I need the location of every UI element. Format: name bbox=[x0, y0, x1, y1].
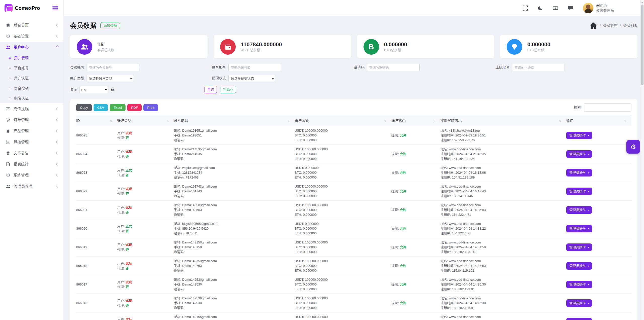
parent-id-input[interactable] bbox=[512, 64, 565, 71]
account-type-select[interactable]: 请选择账户类型 bbox=[87, 75, 133, 82]
admin-actions-button[interactable]: 管理员操作 ▾ bbox=[566, 243, 592, 251]
table-search-input[interactable] bbox=[584, 103, 631, 112]
account-type-label: 账户类型 bbox=[70, 76, 84, 81]
withdraw-status-select[interactable]: 请选择提现状态 bbox=[228, 75, 275, 82]
sidebar-subitem-用户认证[interactable]: 用户认证 bbox=[0, 73, 63, 83]
cell-status: 提现: 允许 bbox=[391, 226, 440, 231]
table-row: 866016 用户: 试玩 代理: 否 邮箱: Demo142530gmail.… bbox=[76, 294, 631, 312]
user-name: admin bbox=[596, 3, 614, 8]
admin-actions-button[interactable]: 管理员操作 ▾ bbox=[566, 262, 592, 270]
cell-status: 提现: 允许 bbox=[391, 189, 440, 194]
admin-actions-button[interactable]: 管理员操作 ▾ bbox=[566, 169, 592, 176]
sort-icon[interactable]: ↑↓ bbox=[559, 119, 561, 122]
breadcrumb-member-management[interactable]: 会员管理 bbox=[603, 23, 617, 28]
scrollbar-thumb[interactable] bbox=[641, 5, 643, 85]
export-excel-button[interactable]: Excel bbox=[110, 104, 126, 111]
cell-register-info: 域名: www.qdd-finance.com 注册时间: 2024-04-04… bbox=[440, 259, 566, 273]
moon-icon[interactable] bbox=[538, 5, 543, 11]
sidebar-item-文章公告[interactable]: 文章公告 bbox=[0, 148, 63, 159]
scroll-up-icon[interactable]: ▲ bbox=[641, 1, 643, 4]
admin-actions-button[interactable]: 管理员操作 ▾ bbox=[566, 299, 592, 307]
admin-actions-button[interactable]: 管理员操作 ▾ bbox=[566, 225, 592, 232]
cash-icon bbox=[6, 106, 11, 111]
chevron-left-icon bbox=[56, 152, 59, 154]
export-print-button[interactable]: Print bbox=[143, 104, 158, 111]
stat-card: B 0.000000 BTC总余额 bbox=[357, 35, 494, 58]
sort-icon[interactable]: ↑↓ bbox=[433, 119, 435, 122]
cell-account-type: 用户: 试玩 代理: 否 bbox=[117, 131, 174, 140]
admin-actions-button[interactable]: 管理员操作 ▾ bbox=[566, 281, 592, 288]
home-icon[interactable] bbox=[590, 22, 597, 29]
cell-account-type: 用户: 试玩 代理: 否 bbox=[117, 261, 174, 271]
user-menu[interactable]: admin 超级管理员 bbox=[583, 3, 614, 13]
page-scrollbar[interactable]: ▲ bbox=[640, 0, 644, 320]
sidebar-item-报表统计[interactable]: 报表统计 bbox=[0, 159, 63, 170]
sidebar-item-风控管理[interactable]: 风控管理 bbox=[0, 136, 63, 148]
cell-balance: USDT: 100000.000000 BTC: 0.000000 ETH: 0… bbox=[295, 184, 391, 198]
admin-actions-button[interactable]: 管理员操作 ▾ bbox=[566, 318, 592, 320]
cell-account-info: 邮箱: Demo142530gmail.com 手机: Demo142530 邀… bbox=[174, 277, 295, 292]
sort-icon[interactable]: ↑↓ bbox=[624, 119, 626, 122]
breadcrumb-member-list[interactable]: 会员列表 bbox=[623, 23, 637, 28]
sort-icon[interactable]: ↑↓ bbox=[110, 119, 112, 122]
users-icon bbox=[6, 45, 11, 50]
query-button[interactable]: 查询 bbox=[205, 86, 217, 93]
sidebar-item-用户中心[interactable]: 用户中心 bbox=[0, 42, 63, 53]
reset-button[interactable]: 初始化 bbox=[221, 86, 236, 93]
invite-code-input[interactable] bbox=[367, 64, 420, 71]
admin-actions-button[interactable]: 管理员操作 ▾ bbox=[566, 132, 592, 139]
export-csv-button[interactable]: CSV bbox=[94, 104, 108, 111]
column-header-账户状态[interactable]: 账户状态↑↓ bbox=[391, 118, 440, 123]
add-member-button[interactable]: 添加会员 bbox=[100, 22, 120, 29]
cash-icon[interactable] bbox=[553, 5, 558, 11]
fullscreen-icon[interactable] bbox=[522, 5, 528, 11]
sidebar-item-系统管理[interactable]: ⚙系统管理 bbox=[0, 170, 63, 181]
cell-account-info: 邮箱: Demo214535gmail.com 手机: Demo214535 邀… bbox=[174, 147, 295, 161]
member-account-input[interactable] bbox=[87, 64, 139, 71]
column-header-账号信息[interactable]: 账号信息↑↓ bbox=[174, 118, 295, 123]
filter-form: 会员账号 账号ID号 邀请码 上级ID号 账户类型 请选择账户类型 bbox=[70, 64, 637, 82]
column-header-注册登陆信息[interactable]: 注册登陆信息↑↓ bbox=[440, 118, 566, 123]
stat-label: BTC总余额 bbox=[384, 48, 407, 52]
sort-icon[interactable]: ↑↓ bbox=[167, 119, 168, 122]
export-copy-button[interactable]: Copy bbox=[76, 104, 92, 111]
sidebar-subitem-平台账号[interactable]: 平台账号 bbox=[0, 63, 63, 73]
cell-balance: USDT: 100000.000000 BTC: 0.000000 ETH: 0… bbox=[295, 277, 391, 292]
admin-actions-button[interactable]: 管理员操作 ▾ bbox=[566, 150, 592, 158]
sidebar-item-管理员管理[interactable]: 管理员管理 bbox=[0, 181, 63, 192]
column-header-ID[interactable]: ID↑↓ bbox=[76, 119, 117, 123]
chat-icon[interactable] bbox=[568, 5, 573, 11]
sort-icon[interactable]: ↑↓ bbox=[287, 119, 289, 122]
table-row: 866018 用户: 试玩 代理: 否 邮箱: Demo142753gmail.… bbox=[76, 257, 631, 275]
cell-status: 提现: 允许 bbox=[391, 282, 440, 287]
chevron-left-icon bbox=[56, 129, 59, 132]
column-header-账户类型[interactable]: 账户类型↑↓ bbox=[117, 118, 174, 123]
settings-gear-button[interactable]: ⚙ bbox=[626, 140, 640, 154]
cell-id: 866017 bbox=[76, 282, 117, 287]
column-header-操作[interactable]: 操作↑↓ bbox=[566, 118, 631, 123]
avatar[interactable] bbox=[583, 3, 593, 13]
sidebar-item-后台首页[interactable]: 后台首页 bbox=[0, 20, 63, 31]
page-size-select[interactable]: 100 bbox=[79, 86, 108, 93]
column-header-账户余额[interactable]: 账户余额↑↓ bbox=[295, 118, 391, 123]
account-id-input[interactable] bbox=[228, 64, 281, 71]
sidebar-subitem-资金变动[interactable]: 资金变动 bbox=[0, 83, 63, 93]
cell-balance: USDT: 100000.000000 BTC: 0.000000 ETH: 0… bbox=[295, 128, 391, 143]
sidebar-item-充值提现[interactable]: 充值提现 bbox=[0, 103, 63, 114]
sidebar-item-产品管理[interactable]: 产品管理 bbox=[0, 125, 63, 136]
export-pdf-button[interactable]: PDF bbox=[127, 104, 142, 111]
admin-actions-button[interactable]: 管理员操作 ▾ bbox=[566, 188, 592, 195]
menu-toggle-icon[interactable] bbox=[52, 6, 58, 11]
cell-id: 866024 bbox=[76, 152, 117, 156]
brand-logo[interactable]: ComexPro bbox=[5, 4, 40, 12]
sidebar-subitem-用户管理[interactable]: 用户管理 bbox=[0, 53, 63, 63]
list-icon bbox=[8, 86, 12, 90]
sort-icon[interactable]: ↑↓ bbox=[384, 119, 386, 122]
cell-actions: 管理员操作 ▾ bbox=[566, 132, 631, 139]
admin-actions-button[interactable]: 管理员操作 ▾ bbox=[566, 206, 592, 214]
sidebar-subitem-实名认证[interactable]: 实名认证 bbox=[0, 93, 63, 103]
chevron-down-icon bbox=[56, 45, 59, 48]
sidebar-item-订单管理[interactable]: 订单管理 bbox=[0, 114, 63, 125]
cell-status: 提现: 允许 bbox=[391, 245, 440, 250]
sidebar-item-基础设置[interactable]: ⚙基础设置 bbox=[0, 31, 63, 42]
